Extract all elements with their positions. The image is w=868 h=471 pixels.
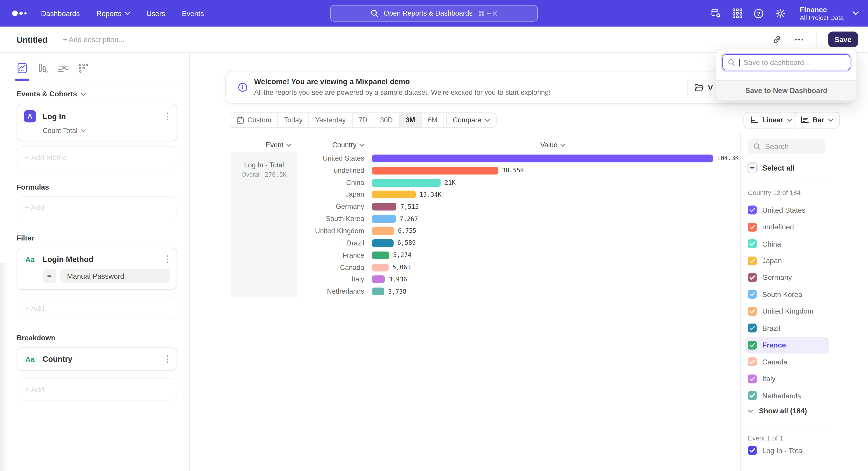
nav-item-reports[interactable]: Reports bbox=[96, 9, 130, 18]
filter-value-dropdown[interactable]: Manual Password bbox=[60, 269, 170, 283]
bar-row-undefined: undefined38.55K bbox=[190, 165, 743, 176]
tab-flows[interactable] bbox=[58, 63, 69, 74]
scale-dropdown[interactable]: Linear bbox=[743, 112, 799, 128]
range-3m[interactable]: 3M bbox=[399, 113, 422, 127]
range-today[interactable]: Today bbox=[278, 113, 309, 127]
column-header-value[interactable]: Value bbox=[540, 141, 565, 149]
select-all-checkbox-indeterminate[interactable] bbox=[748, 163, 757, 172]
country-row-germany[interactable]: Germany bbox=[745, 269, 829, 286]
range-yesterday[interactable]: Yesterday bbox=[309, 113, 352, 127]
country-checkbox-checked[interactable] bbox=[748, 206, 757, 214]
save-to-new-dashboard-option[interactable]: Save to New Dashboard bbox=[716, 80, 857, 100]
range-custom[interactable]: Custom bbox=[230, 113, 278, 127]
country-row-brazil[interactable]: Brazil bbox=[745, 320, 829, 336]
add-filter-button[interactable]: + Add bbox=[17, 297, 177, 319]
svg-text:?: ? bbox=[757, 10, 761, 16]
data-management-icon[interactable] bbox=[710, 8, 721, 19]
metric-kebab-icon[interactable] bbox=[165, 111, 170, 122]
bar-segment[interactable] bbox=[372, 251, 389, 259]
country-row-france[interactable]: France bbox=[745, 336, 829, 354]
bar-segment[interactable] bbox=[372, 227, 394, 235]
bar-segment[interactable] bbox=[372, 239, 394, 247]
range-6m[interactable]: 6M bbox=[422, 113, 444, 127]
bar-segment[interactable] bbox=[372, 179, 441, 186]
country-row-south-korea[interactable]: South Korea bbox=[745, 286, 829, 303]
country-checkbox-checked[interactable] bbox=[748, 341, 757, 349]
country-checkbox-checked[interactable] bbox=[748, 357, 757, 366]
country-checkbox-checked[interactable] bbox=[748, 239, 757, 248]
global-search-input[interactable]: Open Reports & Dashboards ⌘ + K bbox=[330, 5, 538, 22]
nav-item-events[interactable]: Events bbox=[182, 9, 204, 18]
copy-link-icon[interactable] bbox=[772, 35, 781, 44]
tab-funnels[interactable] bbox=[37, 63, 48, 74]
country-checkbox-checked[interactable] bbox=[748, 223, 757, 231]
bar-segment[interactable] bbox=[372, 275, 385, 283]
tab-insights[interactable] bbox=[17, 63, 28, 74]
filter-operator-dropdown[interactable]: = bbox=[43, 269, 56, 283]
country-row-italy[interactable]: Italy bbox=[745, 370, 829, 387]
filter-card[interactable]: Aa Login Method = Manual Password bbox=[17, 248, 177, 290]
project-switcher[interactable]: Finance All Project Data bbox=[800, 5, 859, 21]
country-row-united-kingdom[interactable]: United Kingdom bbox=[745, 303, 829, 320]
bar-segment[interactable] bbox=[372, 288, 384, 295]
country-row-united-states[interactable]: United States bbox=[745, 202, 829, 218]
range-30d[interactable]: 30D bbox=[374, 113, 399, 127]
report-title[interactable]: Untitled bbox=[17, 35, 48, 44]
chevron-down-icon bbox=[485, 119, 490, 122]
bar-segment[interactable] bbox=[372, 154, 713, 162]
country-checkbox-checked[interactable] bbox=[748, 256, 757, 265]
help-icon[interactable]: ? bbox=[753, 8, 764, 19]
chart-type-dropdown[interactable]: Bar bbox=[794, 112, 840, 128]
country-row-china[interactable]: China bbox=[745, 235, 829, 253]
settings-gear-icon[interactable] bbox=[775, 8, 786, 19]
breakdown-card[interactable]: Aa Country bbox=[17, 348, 177, 371]
show-all-toggle[interactable]: Show all (184) bbox=[748, 407, 807, 415]
event-checkbox-row[interactable]: Log In - Total bbox=[748, 446, 804, 455]
country-row-japan[interactable]: Japan bbox=[745, 252, 829, 269]
nav-item-dashboards[interactable]: Dashboards bbox=[41, 9, 80, 18]
country-checkbox-checked[interactable] bbox=[748, 307, 757, 316]
breakdown-property-name[interactable]: Country bbox=[43, 354, 158, 363]
metric-card[interactable]: A Log In Count Total bbox=[17, 104, 177, 141]
select-all-row[interactable]: Select all bbox=[748, 163, 795, 172]
events-cohorts-label[interactable]: Events & Cohorts bbox=[17, 90, 177, 98]
country-checkbox-checked[interactable] bbox=[748, 374, 757, 383]
tab-retention[interactable] bbox=[78, 63, 89, 74]
bar-row-japan: Japan13.34K bbox=[190, 189, 743, 201]
country-checkbox-checked[interactable] bbox=[748, 273, 757, 282]
metric-series-badge: A bbox=[24, 110, 36, 122]
segment-search-input[interactable]: Search bbox=[748, 139, 826, 154]
country-checkbox-checked[interactable] bbox=[748, 290, 757, 299]
filter-kebab-icon[interactable] bbox=[165, 254, 170, 265]
filter-property-name[interactable]: Login Method bbox=[43, 255, 158, 264]
country-checkbox-label: South Korea bbox=[762, 290, 802, 299]
mixpanel-logo-icon[interactable] bbox=[12, 11, 27, 16]
range-7d[interactable]: 7D bbox=[352, 113, 374, 127]
apps-grid-icon[interactable] bbox=[732, 8, 743, 19]
country-row-canada[interactable]: Canada bbox=[745, 353, 829, 370]
bar-segment[interactable] bbox=[372, 215, 396, 223]
bar-segment[interactable] bbox=[372, 264, 389, 271]
add-formula-button[interactable]: + Add bbox=[17, 196, 177, 218]
country-checkbox-checked[interactable] bbox=[748, 391, 757, 400]
country-checkbox-checked[interactable] bbox=[748, 324, 757, 332]
event-checkbox-checked[interactable] bbox=[748, 446, 757, 455]
metric-event-name[interactable]: Log In bbox=[43, 112, 158, 121]
compare-dropdown[interactable]: Compare bbox=[446, 112, 497, 128]
column-header-country[interactable]: Country bbox=[317, 141, 364, 149]
column-header-event[interactable]: Event bbox=[248, 141, 309, 149]
save-button[interactable]: Save bbox=[828, 32, 858, 47]
add-breakdown-button[interactable]: + Add bbox=[17, 379, 177, 401]
bar-segment[interactable] bbox=[372, 191, 416, 199]
breakdown-kebab-icon[interactable] bbox=[165, 353, 170, 364]
save-dashboard-search-input[interactable]: Save to dashboard... bbox=[722, 54, 850, 70]
report-description-placeholder[interactable]: + Add description... bbox=[63, 35, 125, 44]
country-row-undefined[interactable]: undefined bbox=[745, 218, 829, 235]
nav-item-users[interactable]: Users bbox=[147, 9, 165, 18]
more-actions-icon[interactable] bbox=[793, 36, 805, 42]
country-row-netherlands[interactable]: Netherlands bbox=[745, 387, 829, 404]
bar-segment[interactable] bbox=[372, 167, 498, 174]
add-metric-button[interactable]: + Add Metric bbox=[17, 146, 177, 169]
bar-segment[interactable] bbox=[372, 203, 397, 211]
metric-aggregation-dropdown[interactable]: Count Total bbox=[43, 127, 86, 135]
